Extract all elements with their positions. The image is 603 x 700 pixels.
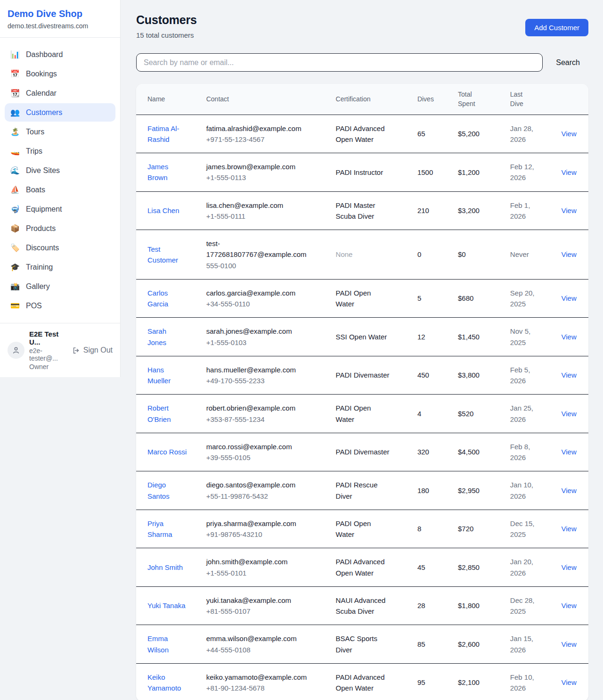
gallery-icon: 📸: [10, 282, 20, 291]
sidebar-item-equipment[interactable]: 🤿Equipment: [5, 200, 115, 218]
customer-name-link[interactable]: Hans Mueller: [147, 364, 187, 387]
contact-phone: +1-555-0101: [206, 568, 305, 578]
contact-phone: +44-555-0108: [206, 644, 305, 655]
view-link[interactable]: View: [562, 448, 577, 456]
contact-phone: 555-0100: [206, 260, 305, 271]
customer-name-link[interactable]: Yuki Tanaka: [147, 600, 186, 611]
user-name: E2E Test U...: [29, 330, 67, 346]
view-link[interactable]: View: [562, 371, 577, 379]
sidebar-item-training[interactable]: 🎓Training: [5, 258, 115, 276]
dives-count: 450: [417, 371, 429, 379]
contact-phone: +1-555-0111: [206, 211, 305, 222]
contact-email: priya.sharma@example.com: [206, 518, 305, 529]
dives-count: 210: [417, 206, 429, 214]
customer-name-link[interactable]: James Brown: [147, 161, 187, 183]
training-icon: 🎓: [10, 263, 20, 272]
page-title: Customers: [136, 13, 197, 27]
contact-phone: +49-170-555-2233: [206, 375, 305, 386]
customer-name-link[interactable]: Sarah Jones: [147, 326, 187, 348]
last-dive-value: Jan 25, 2026: [510, 403, 539, 425]
sidebar-item-label: Equipment: [26, 205, 62, 214]
last-dive-value: Dec 28, 2025: [510, 595, 539, 617]
total-spent-value: $3,800: [458, 371, 480, 379]
customer-name-link[interactable]: Keiko Yamamoto: [147, 672, 187, 694]
sidebar: Demo Dive Shop demo.test.divestreams.com…: [0, 0, 121, 377]
customer-name-link[interactable]: Priya Sharma: [147, 518, 187, 540]
sidebar-item-label: Bookings: [26, 70, 57, 78]
sidebar-item-customers[interactable]: 👥Customers: [5, 103, 115, 122]
sidebar-item-trips[interactable]: 🚤Trips: [5, 142, 115, 160]
customer-name-link[interactable]: Test Customer: [147, 244, 187, 266]
search-input[interactable]: [136, 53, 543, 72]
total-spent-value: $2,600: [458, 640, 480, 648]
boats-icon: ⛵: [10, 185, 20, 194]
sidebar-item-tours[interactable]: 🏝️Tours: [5, 123, 115, 141]
contact-phone: +39-555-0105: [206, 452, 305, 463]
customer-name-link[interactable]: Marco Rossi: [147, 446, 187, 457]
sidebar-item-dashboard[interactable]: 📊Dashboard: [5, 45, 115, 64]
table-row: Robert O'Brienrobert.obrien@example.com+…: [136, 395, 588, 433]
contact-phone: +971-55-123-4567: [206, 134, 305, 145]
search-button[interactable]: Search: [556, 55, 580, 71]
sidebar-item-discounts[interactable]: 🏷️Discounts: [5, 239, 115, 257]
customer-name-link[interactable]: John Smith: [147, 562, 183, 573]
column-header-dives: Dives: [417, 84, 458, 115]
contact-email: diego.santos@example.com: [206, 479, 305, 490]
contact-email: yuki.tanaka@example.com: [206, 595, 305, 606]
sidebar-item-products[interactable]: 📦Products: [5, 219, 115, 238]
total-spent-value: $4,500: [458, 448, 480, 456]
customer-name-link[interactable]: Fatima Al-Rashid: [147, 123, 187, 145]
view-link[interactable]: View: [562, 678, 577, 686]
certification-value: PADI Open Water: [336, 288, 391, 310]
contact-phone: +34-555-0110: [206, 298, 305, 309]
sidebar-item-label: Dashboard: [26, 50, 63, 59]
contact-phone: +1-555-0103: [206, 337, 305, 348]
table-row: Lisa Chenlisa.chen@example.com+1-555-011…: [136, 191, 588, 230]
total-spent-value: $5,200: [458, 130, 480, 138]
last-dive-value: Nov 5, 2025: [510, 326, 539, 348]
sidebar-item-boats[interactable]: ⛵Boats: [5, 181, 115, 199]
view-link[interactable]: View: [562, 486, 577, 494]
calendar-icon: 📆: [10, 89, 20, 98]
view-link[interactable]: View: [562, 563, 577, 571]
customers-table: Name Contact Certification Dives Total S…: [136, 84, 588, 700]
certification-value: PADI Advanced Open Water: [336, 123, 391, 145]
add-customer-button[interactable]: Add Customer: [525, 19, 588, 36]
view-link[interactable]: View: [562, 294, 577, 302]
view-link[interactable]: View: [562, 206, 577, 214]
table-row: Keiko Yamamotokeiko.yamamoto@example.com…: [136, 663, 588, 700]
sidebar-item-bookings[interactable]: 📅Bookings: [5, 65, 115, 83]
sidebar-item-gallery[interactable]: 📸Gallery: [5, 277, 115, 296]
column-header-contact: Contact: [206, 84, 336, 115]
dives-count: 65: [417, 130, 425, 138]
total-spent-value: $680: [458, 294, 473, 302]
sidebar-item-dive-sites[interactable]: 🌊Dive Sites: [5, 161, 115, 180]
sidebar-item-pos[interactable]: 💳POS: [5, 296, 115, 315]
sidebar-item-calendar[interactable]: 📆Calendar: [5, 84, 115, 102]
total-spent-value: $2,850: [458, 563, 480, 571]
view-link[interactable]: View: [562, 410, 577, 418]
customer-name-link[interactable]: Carlos Garcia: [147, 288, 187, 310]
sign-out-button[interactable]: Sign Out: [72, 346, 113, 354]
view-link[interactable]: View: [562, 640, 577, 648]
dives-count: 1500: [417, 168, 433, 176]
last-dive-value: Feb 1, 2026: [510, 200, 539, 222]
certification-value: None: [336, 249, 353, 260]
view-link[interactable]: View: [562, 333, 577, 341]
view-link[interactable]: View: [562, 525, 577, 533]
view-link[interactable]: View: [562, 250, 577, 258]
column-header-last-dive: Last Dive: [510, 84, 562, 115]
customer-name-link[interactable]: Lisa Chen: [147, 205, 179, 216]
certification-value: PADI Rescue Diver: [336, 479, 391, 502]
view-link[interactable]: View: [562, 130, 577, 138]
customer-name-link[interactable]: Emma Wilson: [147, 633, 187, 655]
view-link[interactable]: View: [562, 168, 577, 176]
column-header-total-spent: Total Spent: [458, 84, 510, 115]
certification-value: SSI Open Water: [336, 331, 387, 342]
customer-name-link[interactable]: Robert O'Brien: [147, 403, 187, 425]
contact-phone: +1-555-0113: [206, 172, 305, 183]
view-link[interactable]: View: [562, 601, 577, 609]
last-dive-value: Feb 8, 2026: [510, 441, 539, 463]
customer-name-link[interactable]: Diego Santos: [147, 479, 187, 502]
certification-value: NAUI Advanced Scuba Diver: [336, 595, 391, 617]
